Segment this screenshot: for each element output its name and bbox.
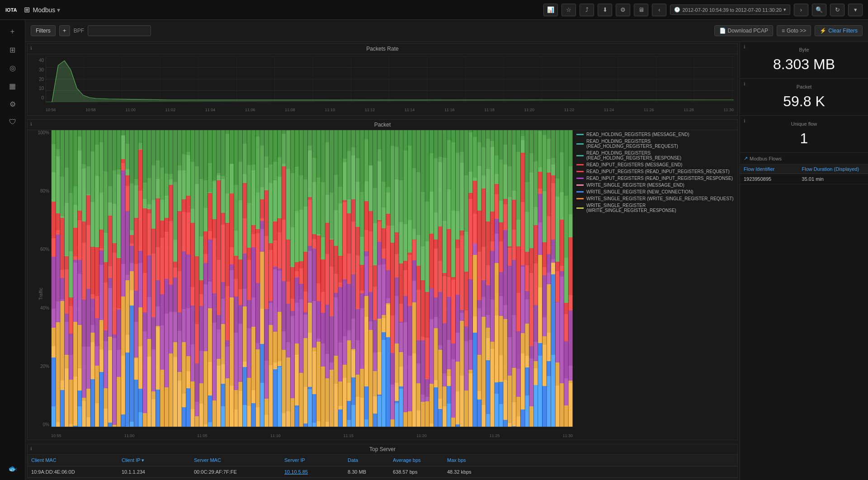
top-server-info-icon: ℹ: [30, 446, 32, 451]
toolbar: Filters + BPF 📄 Download PCAP ≡ Goto >> …: [25, 20, 868, 42]
stacked-canvas: [52, 130, 573, 427]
stacked-bars-area: // Generated inline via JS below: [51, 130, 573, 427]
packet-stacked-section: ℹ Packet 100% 80% 60% 40% 20% 0% Traffic: [27, 119, 738, 440]
legend-color-swatch: [576, 155, 584, 156]
monitor-icon[interactable]: 🖥: [634, 4, 648, 16]
modbus-flows-header: ↗ Modbus Flows: [740, 153, 868, 165]
col-header-avg-bps[interactable]: Average bps: [393, 457, 447, 463]
stacked-x-axis: 10:55 11:00 11:05 11:10 11:15 11:20 11:2…: [51, 433, 573, 438]
flow-id-cell: 1923950895: [744, 176, 802, 182]
top-nav: IOTA ⊞ Modbus ▾ 📊 ☆ ⤴ ⬇ ⚙ 🖥 ‹ 🕐 2012-07-…: [0, 0, 868, 20]
legend-color-swatch: [576, 207, 584, 209]
flows-col-header-dur[interactable]: Flow Duration (Displayed): [802, 166, 864, 172]
bar-chart-icon[interactable]: 📊: [543, 4, 558, 16]
download-icon: 📄: [719, 28, 726, 34]
settings-icon[interactable]: ⚙: [616, 4, 630, 16]
clear-filters-button[interactable]: ⚡ Clear Filters: [815, 25, 863, 36]
legend-color-swatch: [576, 178, 584, 179]
cell-server-mac: 00:0C:29:AF:7F:FE: [194, 469, 284, 475]
legend-color-swatch: [576, 134, 584, 135]
legend-color-swatch: [576, 198, 584, 199]
sidebar-item-security[interactable]: 🛡: [5, 114, 21, 130]
module-title: ⊞ Modbus ▾: [24, 5, 60, 14]
unique-flow-stat-title: Unique flow: [745, 121, 863, 127]
main-content: ℹ Packets Rate 40 30 20 10 0: [25, 42, 868, 480]
star-icon[interactable]: ☆: [561, 4, 576, 16]
sidebar-item-dashboard[interactable]: ⊞: [5, 42, 21, 58]
top-server-table-header: Client MAC Client IP ▾ Server MAC Server…: [28, 455, 737, 466]
flows-col-header-id[interactable]: Flow Identifier: [744, 166, 802, 172]
unique-flow-stat-box: ℹ Unique flow 1: [740, 116, 868, 153]
module-dropdown-icon: ▾: [57, 6, 60, 14]
packets-y-axis: 40 30 20 10 0: [29, 58, 44, 100]
clock-icon: 🕐: [674, 7, 680, 13]
server-ip-link[interactable]: 10.10.5.85: [284, 469, 308, 475]
legend-item: WRITE_SINGLE_REGISTER (WRITE_SINGLE_REGI…: [576, 196, 734, 201]
unique-flow-info-icon: ℹ: [744, 118, 745, 123]
packets-x-axis: 10:56 10:58 11:00 11:02 11:04 11:06 11:0…: [46, 108, 734, 112]
download-pcap-button[interactable]: 📄 Download PCAP: [714, 25, 773, 36]
flows-table-row: 1923950895 35.01 min: [740, 174, 868, 184]
add-filter-button[interactable]: +: [59, 25, 70, 36]
more-icon[interactable]: ▾: [848, 4, 863, 16]
modbus-flows-section: ↗ Modbus Flows Flow Identifier Flow Dura…: [740, 153, 868, 480]
legend-item: READ_INPUT_REGISTERS (READ_INPUT_REGISTE…: [576, 176, 734, 181]
nav-icons: 📊 ☆ ⤴ ⬇ ⚙ 🖥 ‹ 🕐 2012-07-20 10:54:39 to 2…: [543, 4, 863, 16]
right-panel: ℹ Byte 8.303 MB ℹ Packet 59.8 K ℹ Unique…: [740, 42, 868, 480]
cell-client-ip: 10.1.1.234: [122, 469, 194, 475]
legend-item: READ_HOLDING_REGISTERS (READ_HOLDING_REG…: [576, 139, 734, 149]
bpf-input[interactable]: [88, 25, 151, 36]
sidebar-item-fish[interactable]: 🐟: [5, 460, 21, 476]
chevron-right-icon[interactable]: ›: [794, 4, 808, 16]
byte-info-icon: ℹ: [744, 44, 745, 49]
packet-chart-title: Packet: [28, 120, 737, 130]
byte-stat-box: ℹ Byte 8.303 MB: [740, 42, 868, 79]
sidebar-item-add[interactable]: +: [5, 24, 21, 40]
col-header-client-ip[interactable]: Client IP ▾: [122, 457, 194, 463]
external-link-icon: ↗: [744, 155, 748, 161]
goto-button[interactable]: ≡ Goto >>: [777, 25, 811, 36]
cell-server-ip: 10.10.5.85: [284, 469, 348, 475]
packet-info-icon: ℹ: [744, 81, 745, 86]
traffic-label: Traffic: [38, 287, 43, 300]
filters-button[interactable]: Filters: [31, 25, 56, 36]
cell-max-bps: 48.32 kbps: [447, 469, 501, 475]
legend-item: WRITE_SINGLE_REGISTER (MESSAGE_END): [576, 183, 734, 188]
sidebar-item-analytics[interactable]: ◎: [5, 60, 21, 76]
legend-color-swatch: [576, 164, 584, 165]
flow-dur-cell: 35.01 min: [802, 176, 864, 182]
lightning-icon: ⚡: [820, 28, 826, 34]
byte-stat-value: 8.303 MB: [745, 56, 863, 73]
table-row: 10:9A:DD:4E:06:0D 10.1.1.234 00:0C:29:AF…: [28, 466, 737, 478]
col-header-data[interactable]: Data: [348, 457, 393, 463]
col-header-max-bps[interactable]: Max bps: [447, 457, 501, 463]
download-icon[interactable]: ⬇: [598, 4, 612, 16]
packet-stat-box: ℹ Packet 59.8 K: [740, 79, 868, 116]
byte-stat-title: Byte: [745, 47, 863, 52]
app-logo: IOTA: [5, 7, 17, 13]
cell-data: 8.30 MB: [348, 469, 393, 475]
sidebar-item-settings[interactable]: ⚙: [5, 96, 21, 112]
col-header-server-ip[interactable]: Server IP: [284, 457, 348, 463]
chevron-left-icon[interactable]: ‹: [652, 4, 666, 16]
packets-rate-info-icon: ℹ: [30, 46, 32, 51]
modbus-flows-title: Modbus Flows: [750, 156, 782, 161]
legend-item: READ_INPUT_REGISTERS (MESSAGE_END): [576, 162, 734, 167]
col-header-server-mac[interactable]: Server MAC: [194, 457, 284, 463]
legend-item: READ_HOLDING_REGISTERS (READ_HOLDING_REG…: [576, 151, 734, 160]
bpf-label: BPF: [74, 28, 84, 34]
share-icon[interactable]: ⤴: [580, 4, 594, 16]
search-icon[interactable]: 🔍: [812, 4, 826, 16]
legend-color-swatch: [576, 191, 584, 193]
time-range-text: 2012-07-20 10:54:39 to 2012-07-20 11:30:…: [682, 7, 782, 13]
legend-color-swatch: [576, 184, 584, 186]
time-range-selector[interactable]: 🕐 2012-07-20 10:54:39 to 2012-07-20 11:3…: [670, 5, 790, 15]
col-header-client-mac[interactable]: Client MAC: [31, 457, 122, 463]
legend-color-swatch: [576, 143, 584, 145]
time-dropdown-icon: ▾: [783, 7, 786, 13]
unique-flow-stat-value: 1: [745, 130, 863, 147]
packets-rate-title: Packets Rate: [28, 44, 737, 54]
refresh-icon[interactable]: ↻: [830, 4, 844, 16]
packets-rate-svg: [46, 56, 734, 102]
sidebar-item-grid[interactable]: ▦: [5, 78, 21, 94]
